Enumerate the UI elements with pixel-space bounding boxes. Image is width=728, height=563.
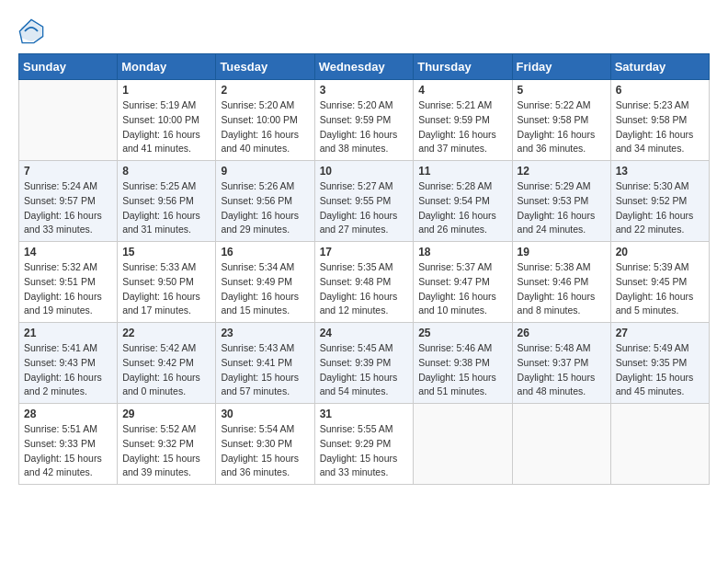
daylight-label: Daylight: 16 hours and 12 minutes. xyxy=(320,291,398,316)
calendar-cell xyxy=(19,80,118,161)
daylight-label: Daylight: 16 hours and 2 minutes. xyxy=(24,372,102,397)
day-info: Sunrise: 5:33 AM Sunset: 9:50 PM Dayligh… xyxy=(122,260,210,318)
sunset-label: Sunset: 9:49 PM xyxy=(221,276,292,287)
sunrise-label: Sunrise: 5:43 AM xyxy=(221,342,294,353)
sunset-label: Sunset: 9:42 PM xyxy=(122,357,194,368)
sunrise-label: Sunrise: 5:22 AM xyxy=(518,99,591,110)
sunset-label: Sunset: 9:53 PM xyxy=(518,195,589,206)
page-header xyxy=(18,18,710,44)
calendar-cell: 2 Sunrise: 5:20 AM Sunset: 10:00 PM Dayl… xyxy=(216,80,314,161)
day-info: Sunrise: 5:22 AM Sunset: 9:58 PM Dayligh… xyxy=(518,98,606,156)
calendar-cell: 13 Sunrise: 5:30 AM Sunset: 9:52 PM Dayl… xyxy=(610,161,709,242)
day-number: 9 xyxy=(221,165,309,178)
sunset-label: Sunset: 9:29 PM xyxy=(320,438,392,449)
sunrise-label: Sunrise: 5:30 AM xyxy=(616,180,689,191)
day-number: 3 xyxy=(320,84,409,97)
day-number: 22 xyxy=(122,327,210,339)
day-number: 23 xyxy=(221,327,309,339)
day-number: 14 xyxy=(24,246,112,259)
sunrise-label: Sunrise: 5:29 AM xyxy=(518,180,591,191)
calendar-cell xyxy=(414,404,512,485)
day-number: 8 xyxy=(122,165,210,178)
calendar-cell: 31 Sunrise: 5:55 AM Sunset: 9:29 PM Dayl… xyxy=(314,404,414,485)
sunrise-label: Sunrise: 5:27 AM xyxy=(320,180,393,191)
calendar-header-row: SundayMondayTuesdayWednesdayThursdayFrid… xyxy=(19,54,710,80)
sunrise-label: Sunrise: 5:23 AM xyxy=(616,99,689,110)
sunrise-label: Sunrise: 5:25 AM xyxy=(122,180,196,191)
day-number: 16 xyxy=(221,246,309,259)
sunrise-label: Sunrise: 5:55 AM xyxy=(320,423,393,434)
day-number: 28 xyxy=(24,408,112,420)
day-info: Sunrise: 5:48 AM Sunset: 9:37 PM Dayligh… xyxy=(518,341,606,399)
daylight-label: Daylight: 15 hours and 51 minutes. xyxy=(418,372,496,397)
day-number: 27 xyxy=(616,327,704,339)
sunset-label: Sunset: 9:35 PM xyxy=(616,357,688,368)
sunrise-label: Sunrise: 5:42 AM xyxy=(122,342,196,353)
day-info: Sunrise: 5:21 AM Sunset: 9:59 PM Dayligh… xyxy=(418,98,506,156)
sunrise-label: Sunrise: 5:34 AM xyxy=(221,261,294,272)
calendar-table: SundayMondayTuesdayWednesdayThursdayFrid… xyxy=(18,53,710,485)
sunset-label: Sunset: 9:39 PM xyxy=(320,357,392,368)
sunset-label: Sunset: 9:52 PM xyxy=(616,195,688,206)
weekday-header-monday: Monday xyxy=(118,54,216,80)
day-info: Sunrise: 5:30 AM Sunset: 9:52 PM Dayligh… xyxy=(616,179,704,237)
calendar-week-row: 7 Sunrise: 5:24 AM Sunset: 9:57 PM Dayli… xyxy=(19,161,710,242)
daylight-label: Daylight: 15 hours and 42 minutes. xyxy=(24,453,102,478)
sunrise-label: Sunrise: 5:41 AM xyxy=(24,342,97,353)
calendar-cell xyxy=(512,404,610,485)
calendar-cell: 9 Sunrise: 5:26 AM Sunset: 9:56 PM Dayli… xyxy=(216,161,314,242)
calendar-cell: 26 Sunrise: 5:48 AM Sunset: 9:37 PM Dayl… xyxy=(512,323,610,404)
calendar-cell: 19 Sunrise: 5:38 AM Sunset: 9:46 PM Dayl… xyxy=(512,242,610,323)
sunrise-label: Sunrise: 5:37 AM xyxy=(418,261,492,272)
sunset-label: Sunset: 9:59 PM xyxy=(320,114,392,125)
sunset-label: Sunset: 9:33 PM xyxy=(24,438,96,449)
weekday-header-tuesday: Tuesday xyxy=(216,54,314,80)
calendar-cell: 3 Sunrise: 5:20 AM Sunset: 9:59 PM Dayli… xyxy=(314,80,414,161)
day-info: Sunrise: 5:20 AM Sunset: 9:59 PM Dayligh… xyxy=(320,98,409,156)
calendar-cell: 7 Sunrise: 5:24 AM Sunset: 9:57 PM Dayli… xyxy=(19,161,118,242)
day-number: 2 xyxy=(221,84,309,97)
day-info: Sunrise: 5:26 AM Sunset: 9:56 PM Dayligh… xyxy=(221,179,309,237)
day-number: 10 xyxy=(320,165,409,178)
day-info: Sunrise: 5:37 AM Sunset: 9:47 PM Dayligh… xyxy=(418,260,506,318)
daylight-label: Daylight: 16 hours and 15 minutes. xyxy=(221,291,299,316)
sunrise-label: Sunrise: 5:20 AM xyxy=(221,99,294,110)
calendar-cell: 4 Sunrise: 5:21 AM Sunset: 9:59 PM Dayli… xyxy=(414,80,512,161)
sunrise-label: Sunrise: 5:26 AM xyxy=(221,180,294,191)
day-info: Sunrise: 5:23 AM Sunset: 9:58 PM Dayligh… xyxy=(616,98,704,156)
day-info: Sunrise: 5:45 AM Sunset: 9:39 PM Dayligh… xyxy=(320,341,409,399)
sunset-label: Sunset: 9:51 PM xyxy=(24,276,96,287)
sunset-label: Sunset: 9:46 PM xyxy=(518,276,589,287)
day-number: 21 xyxy=(24,327,112,339)
calendar-week-row: 28 Sunrise: 5:51 AM Sunset: 9:33 PM Dayl… xyxy=(19,404,710,485)
sunrise-label: Sunrise: 5:32 AM xyxy=(24,261,97,272)
day-number: 29 xyxy=(122,408,210,420)
sunrise-label: Sunrise: 5:35 AM xyxy=(320,261,393,272)
calendar-week-row: 1 Sunrise: 5:19 AM Sunset: 10:00 PM Dayl… xyxy=(19,80,710,161)
sunset-label: Sunset: 9:43 PM xyxy=(24,357,96,368)
day-number: 7 xyxy=(24,165,112,178)
sunrise-label: Sunrise: 5:20 AM xyxy=(320,99,393,110)
day-info: Sunrise: 5:46 AM Sunset: 9:38 PM Dayligh… xyxy=(418,341,506,399)
day-info: Sunrise: 5:25 AM Sunset: 9:56 PM Dayligh… xyxy=(122,179,210,237)
daylight-label: Daylight: 15 hours and 54 minutes. xyxy=(320,372,398,397)
daylight-label: Daylight: 16 hours and 36 minutes. xyxy=(518,129,596,155)
calendar-cell: 12 Sunrise: 5:29 AM Sunset: 9:53 PM Dayl… xyxy=(512,161,610,242)
calendar-week-row: 14 Sunrise: 5:32 AM Sunset: 9:51 PM Dayl… xyxy=(19,242,710,323)
weekday-header-saturday: Saturday xyxy=(610,54,709,80)
logo xyxy=(18,18,48,44)
sunrise-label: Sunrise: 5:38 AM xyxy=(518,261,591,272)
sunset-label: Sunset: 10:00 PM xyxy=(221,114,297,125)
calendar-cell: 8 Sunrise: 5:25 AM Sunset: 9:56 PM Dayli… xyxy=(118,161,216,242)
day-info: Sunrise: 5:35 AM Sunset: 9:48 PM Dayligh… xyxy=(320,260,409,318)
day-info: Sunrise: 5:41 AM Sunset: 9:43 PM Dayligh… xyxy=(24,341,112,399)
calendar-cell: 22 Sunrise: 5:42 AM Sunset: 9:42 PM Dayl… xyxy=(118,323,216,404)
day-info: Sunrise: 5:54 AM Sunset: 9:30 PM Dayligh… xyxy=(221,422,309,480)
day-info: Sunrise: 5:20 AM Sunset: 10:00 PM Daylig… xyxy=(221,98,309,156)
sunrise-label: Sunrise: 5:19 AM xyxy=(122,99,196,110)
weekday-header-wednesday: Wednesday xyxy=(314,54,414,80)
sunset-label: Sunset: 9:56 PM xyxy=(221,195,292,206)
daylight-label: Daylight: 16 hours and 38 minutes. xyxy=(320,129,398,155)
daylight-label: Daylight: 16 hours and 29 minutes. xyxy=(221,210,299,236)
sunrise-label: Sunrise: 5:28 AM xyxy=(418,180,492,191)
